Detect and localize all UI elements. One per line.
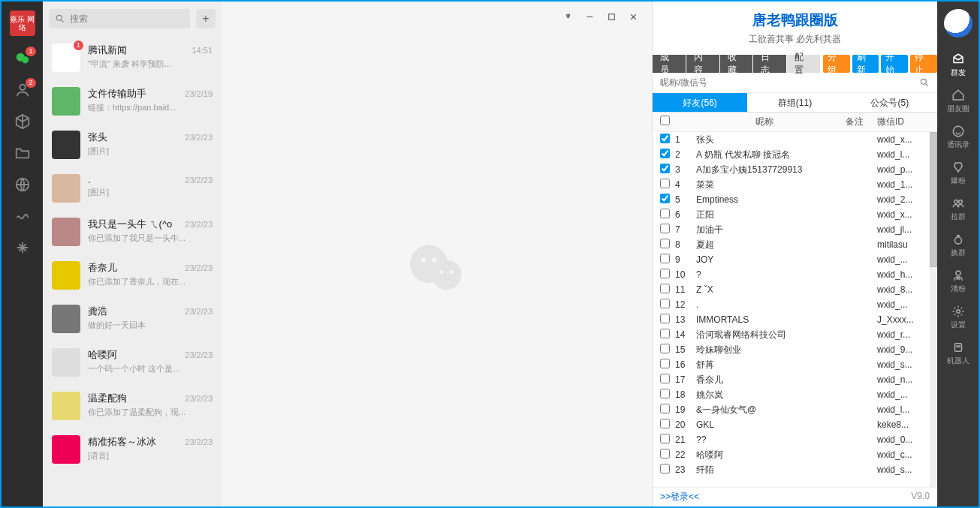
table-row[interactable]: 17 香奈儿 wxid_n...	[653, 372, 937, 387]
rnav-通讯录[interactable]: 通讯录	[947, 125, 969, 150]
chat-item[interactable]: 温柔配狗 23/2/23 你已添加了温柔配狗，现...	[43, 384, 222, 428]
row-checkbox[interactable]	[660, 209, 670, 218]
table-row[interactable]: 8 夏超 mitilasu	[653, 237, 937, 252]
row-checkbox[interactable]	[660, 254, 670, 263]
table-row[interactable]: 22 哈喽阿 wxid_c...	[653, 447, 937, 462]
table-row[interactable]: 18 姚尔岚 wxid_...	[653, 387, 937, 402]
row-checkbox[interactable]	[660, 434, 670, 443]
tab-内容[interactable]: 内容	[686, 55, 720, 73]
category-tab[interactable]: 群组(11)	[747, 93, 842, 112]
row-checkbox[interactable]	[660, 224, 670, 233]
action-停止[interactable]: 停止	[910, 55, 937, 73]
rnav-拉群[interactable]: 拉群	[951, 197, 966, 222]
row-checkbox[interactable]	[660, 419, 670, 428]
chat-item[interactable]: 香奈儿 23/2/23 你已添加了香奈儿，现在...	[43, 254, 222, 297]
row-checkbox[interactable]	[660, 404, 670, 413]
rnav-朋友圈[interactable]: 朋友圈	[947, 89, 969, 114]
select-all-checkbox[interactable]	[660, 116, 670, 125]
table-row[interactable]: 23 纤陌 wxid_s...	[653, 462, 937, 477]
table-row[interactable]: 11 Z ˇX wxid_8...	[653, 282, 937, 297]
close-icon[interactable]	[629, 12, 638, 22]
login-link[interactable]: >>登录<<	[660, 491, 699, 503]
row-checkbox[interactable]	[660, 344, 670, 353]
maximize-icon[interactable]	[607, 12, 617, 22]
table-row[interactable]: 16 舒苒 wxid_s...	[653, 357, 937, 372]
tab-收藏[interactable]: 收藏	[720, 55, 754, 73]
folder-icon[interactable]	[14, 144, 32, 162]
table-row[interactable]: 20 GKL keke8...	[653, 417, 937, 432]
row-checkbox[interactable]	[660, 389, 670, 398]
table-row[interactable]: 9 JOY wxid_...	[653, 252, 937, 267]
table-row[interactable]: 2 A 奶瓶 代发私聊 接冠名 wxid_l...	[653, 147, 937, 162]
row-checkbox[interactable]	[660, 269, 670, 278]
chat-item[interactable]: 1 腾讯新闻 14:51 "甲流" 来袭 科学预防...	[43, 36, 222, 80]
tab-配置[interactable]: 配置	[787, 55, 821, 73]
tab-日志[interactable]: 日志	[753, 55, 787, 73]
sparkle-icon[interactable]	[14, 239, 32, 257]
table-row[interactable]: 13 IMMORTALS J_Xxxx...	[653, 312, 937, 327]
panel-search-input[interactable]	[660, 77, 919, 88]
row-checkbox[interactable]	[660, 179, 670, 188]
scrollbar[interactable]	[930, 132, 937, 487]
svg-point-13	[954, 200, 957, 204]
wave-icon[interactable]	[14, 207, 32, 225]
action-开始[interactable]: 开始	[881, 55, 908, 73]
row-checkbox[interactable]	[660, 374, 670, 383]
table-row[interactable]: 1 张头 wxid_x...	[653, 132, 937, 147]
row-checkbox[interactable]	[660, 314, 670, 323]
table-row[interactable]: 10 ? wxid_h...	[653, 267, 937, 282]
search-icon[interactable]	[919, 77, 930, 88]
row-checkbox[interactable]	[660, 134, 670, 143]
table-row[interactable]: 5 Emptiness wxid_2...	[653, 192, 937, 207]
row-checkbox[interactable]	[660, 464, 670, 473]
row-checkbox[interactable]	[660, 194, 670, 203]
chat-item[interactable]: 哈喽阿 23/2/23 一个码一个小时 这个是...	[43, 341, 222, 384]
add-button[interactable]: +	[196, 9, 216, 29]
action-刷新[interactable]: 刷新	[852, 55, 879, 73]
cube-icon[interactable]	[14, 113, 32, 131]
table-row[interactable]: 7 加油干 wxid_jl...	[653, 222, 937, 237]
chat-item[interactable]: 我只是一头牛 ㄟ(^o 23/2/23 你已添加了我只是一头牛...	[43, 210, 222, 254]
table-row[interactable]: 6 正阳 wxid_x...	[653, 207, 937, 222]
table-row[interactable]: 4 菜菜 wxid_1...	[653, 177, 937, 192]
rnav-机器人[interactable]: 机器人	[947, 341, 969, 366]
row-checkbox[interactable]	[660, 359, 670, 368]
rnav-设置[interactable]: 设置	[951, 305, 966, 330]
table-header: 昵称 备注 微信ID	[653, 113, 937, 132]
category-tab[interactable]: 好友(56)	[653, 93, 747, 112]
contact-rows[interactable]: 1 张头 wxid_x... 2 A 奶瓶 代发私聊 接冠名 wxid_l...…	[653, 132, 937, 487]
table-row[interactable]: 12 . wxid_...	[653, 297, 937, 312]
action-分组[interactable]: 分组	[823, 55, 850, 73]
tab-成员[interactable]: 成员	[653, 55, 686, 73]
chat-item[interactable]: 龚浩 23/2/23 做的好一天回本	[43, 297, 222, 341]
table-row[interactable]: 21 ?? wxid_0...	[653, 432, 937, 447]
table-row[interactable]: 15 玲妹聊创业 wxid_9...	[653, 342, 937, 357]
table-row[interactable]: 19 &一身仙女气@ wxid_l...	[653, 402, 937, 417]
rnav-群发[interactable]: 群发	[951, 53, 966, 78]
category-tab[interactable]: 公众号(5)	[843, 93, 937, 112]
rnav-清粉[interactable]: 清粉	[951, 269, 966, 294]
table-row[interactable]: 14 沿河珉睿网络科技公司 wxid_r...	[653, 327, 937, 342]
row-checkbox[interactable]	[660, 284, 670, 293]
minimize-icon[interactable]	[585, 12, 595, 22]
chat-list[interactable]: 1 腾讯新闻 14:51 "甲流" 来袭 科学预防... 文件传输助手 23/2…	[43, 36, 222, 506]
chat-item[interactable]: 张头 23/2/23 [图片]	[43, 123, 222, 167]
table-row[interactable]: 3 A加多宝小姨15137729913 wxid_p...	[653, 162, 937, 177]
row-checkbox[interactable]	[660, 329, 670, 338]
contacts-icon[interactable]: 2	[14, 81, 32, 99]
row-checkbox[interactable]	[660, 164, 670, 173]
row-checkbox[interactable]	[660, 299, 670, 308]
globe-icon[interactable]	[14, 176, 32, 194]
pin-icon[interactable]	[563, 12, 573, 22]
row-checkbox[interactable]	[660, 149, 670, 158]
chat-icon[interactable]: 1	[14, 50, 32, 68]
row-checkbox[interactable]	[660, 449, 670, 458]
chat-item[interactable]: . 23/2/23 [图片]	[43, 167, 222, 210]
row-checkbox[interactable]	[660, 239, 670, 248]
rnav-爆粉[interactable]: 爆粉	[951, 161, 966, 186]
search-input[interactable]: 搜索	[49, 9, 190, 29]
rnav-换群[interactable]: 换群	[951, 233, 966, 258]
chat-item[interactable]: 精准拓客～冰冰 23/2/23 [语音]	[43, 428, 222, 471]
chat-preview: 你已添加了香奈儿，现在...	[88, 276, 213, 287]
chat-item[interactable]: 文件传输助手 23/2/19 链接：https://pan.baid...	[43, 80, 222, 123]
